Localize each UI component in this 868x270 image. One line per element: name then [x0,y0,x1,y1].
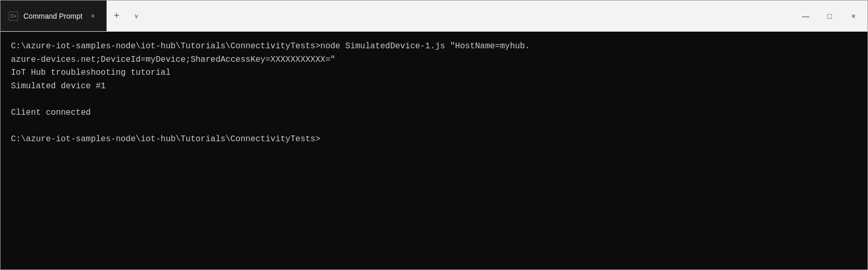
terminal-body[interactable]: C:\azure-iot-samples-node\iot-hub\Tutori… [1,32,867,269]
tab-command-prompt[interactable]: C> Command Prompt × [1,1,107,31]
tab-area: C> Command Prompt × + ∨ [1,1,794,31]
minimize-button[interactable]: — [794,6,818,26]
terminal-output: C:\azure-iot-samples-node\iot-hub\Tutori… [11,40,857,146]
tab-close-button[interactable]: × [88,11,98,21]
terminal-window: C> Command Prompt × + ∨ — □ × C:\azure-i… [0,0,868,270]
cmd-icon: C> [9,11,18,21]
window-controls: — □ × [794,1,867,31]
new-tab-button[interactable]: + [107,1,127,31]
titlebar: C> Command Prompt × + ∨ — □ × [1,1,867,32]
close-button[interactable]: × [841,6,865,26]
tab-dropdown-button[interactable]: ∨ [127,1,146,31]
maximize-button[interactable]: □ [818,6,841,26]
tab-label: Command Prompt [23,12,83,20]
